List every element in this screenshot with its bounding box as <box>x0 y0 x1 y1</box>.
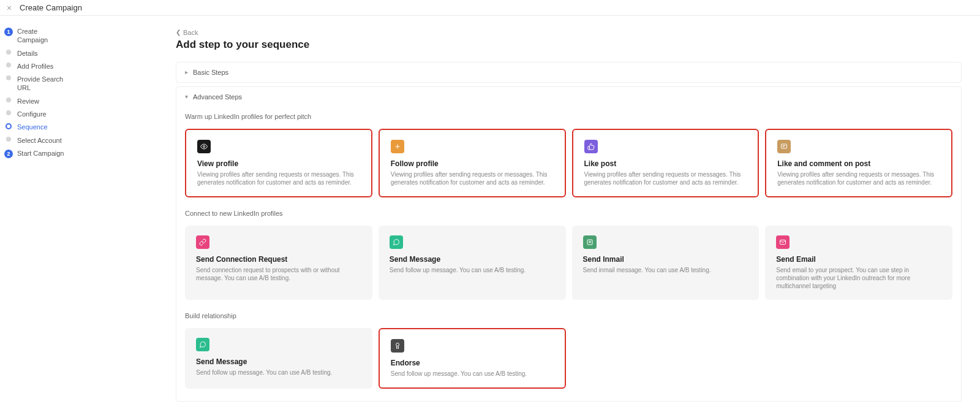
section-connect-heading: Connect to new LinkedIn profiles <box>185 210 952 217</box>
comment-icon <box>777 140 791 153</box>
card-send-message-2[interactable]: Send Message Send follow up message. You… <box>185 328 372 389</box>
svg-point-2 <box>203 145 205 147</box>
card-send-inmail[interactable]: Send Inmail Send inmail message. You can… <box>572 226 760 300</box>
sidebar-item-review[interactable]: Review <box>4 97 64 105</box>
back-link[interactable]: ❮ Back <box>176 29 198 36</box>
mail-icon <box>776 235 790 249</box>
chevron-right-icon: ▸ <box>185 69 188 75</box>
chevron-left-icon: ❮ <box>176 29 181 36</box>
card-like-post[interactable]: Like post Viewing profiles after sending… <box>572 129 760 197</box>
chat-icon <box>390 235 403 249</box>
close-icon[interactable] <box>5 4 13 12</box>
svg-point-12 <box>396 343 399 346</box>
svg-rect-5 <box>782 144 787 148</box>
connect-card-group: Send Connection Request Send connection … <box>185 226 952 300</box>
link-icon <box>196 235 209 249</box>
eye-icon <box>197 140 211 153</box>
card-send-message[interactable]: Send Message Send follow up message. You… <box>379 226 566 300</box>
card-view-profile[interactable]: View profile Viewing profiles after send… <box>185 129 372 197</box>
topbar: Create Campaign <box>0 0 980 16</box>
sidebar-item-create[interactable]: 1Create Campaign <box>4 27 64 45</box>
basic-steps-accordion[interactable]: ▸ Basic Steps <box>176 62 962 83</box>
plus-icon <box>391 140 404 153</box>
chat-icon <box>196 338 209 351</box>
wizard-sidebar: 1Create Campaign Details Add Profiles Pr… <box>0 16 64 412</box>
card-send-email[interactable]: Send Email Send email to your prospect. … <box>765 226 952 300</box>
warmup-card-group: View profile Viewing profiles after send… <box>185 129 952 197</box>
card-connection-request[interactable]: Send Connection Request Send connection … <box>185 226 372 300</box>
award-icon <box>391 339 404 353</box>
sidebar-item-configure[interactable]: Configure <box>4 110 64 118</box>
card-endorse[interactable]: Endorse Send follow up message. You can … <box>379 328 566 389</box>
card-follow-profile[interactable]: Follow profile Viewing profiles after se… <box>379 129 566 197</box>
thumbs-up-icon <box>584 140 598 153</box>
page-title: Add step to your sequence <box>176 39 962 51</box>
sidebar-item-sequence[interactable]: Sequence <box>4 123 64 131</box>
inmail-icon <box>583 235 597 249</box>
chevron-down-icon: ▾ <box>185 93 188 100</box>
topbar-title: Create Campaign <box>20 3 82 12</box>
section-warmup-heading: Warm up LinkedIn profiles for perfect pi… <box>185 113 952 120</box>
section-build-heading: Build relationship <box>185 312 952 319</box>
advanced-steps-accordion[interactable]: ▾ Advanced Steps <box>185 87 952 101</box>
sidebar-item-select-account[interactable]: Select Account <box>4 136 64 145</box>
main-content: ❮ Back Add step to your sequence ▸ Basic… <box>64 16 980 412</box>
sidebar-item-start[interactable]: 2Start Campaign <box>4 149 64 158</box>
sidebar-item-add-profiles[interactable]: Add Profiles <box>4 62 64 71</box>
build-card-group: Send Message Send follow up message. You… <box>185 328 952 389</box>
advanced-steps-panel: ▾ Advanced Steps Warm up LinkedIn profil… <box>176 86 962 402</box>
sidebar-item-provide-url[interactable]: Provide Search URL <box>4 75 64 93</box>
card-like-comment[interactable]: Like and comment on post Viewing profile… <box>765 129 952 197</box>
sidebar-item-details[interactable]: Details <box>4 49 64 58</box>
